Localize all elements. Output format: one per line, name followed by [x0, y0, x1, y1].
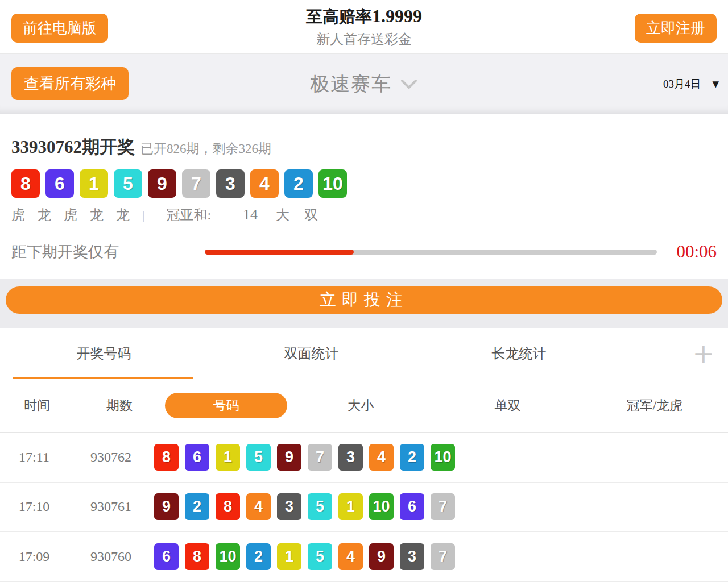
result-ball: 1: [338, 493, 363, 520]
row-issue: 930761: [68, 499, 154, 514]
result-ball: 3: [277, 493, 301, 520]
date-text: 03月4日: [663, 77, 701, 92]
column-header-row: 时间 期数 号码 大小 单双 冠军/龙虎: [0, 379, 728, 433]
history-row: 17:0993076068102154937: [0, 532, 728, 582]
result-ball: 2: [185, 493, 209, 520]
countdown-row: 距下期开奖仅有 00:06: [11, 239, 717, 265]
result-ball: 9: [369, 543, 394, 570]
result-ball: 4: [246, 493, 271, 520]
result-ball: 10: [431, 444, 455, 471]
divider: |: [142, 207, 144, 222]
result-ball: 8: [154, 444, 179, 471]
sum-size: 大: [276, 206, 289, 224]
draw-progress-text: 已开826期，剩余326期: [140, 140, 271, 157]
lottery-selector[interactable]: 极速赛车: [0, 54, 728, 114]
promo-subtitle: 新人首存送彩金: [0, 30, 728, 48]
result-ball: 4: [338, 543, 363, 570]
result-ball: 3: [216, 169, 245, 198]
result-ball: 8: [185, 543, 209, 570]
promo-odds: 1.9999: [372, 6, 422, 26]
tabs-bar: 开奖号码 双面统计 长龙统计 +: [0, 328, 728, 379]
result-ball: 6: [185, 444, 209, 471]
tab-draw-numbers[interactable]: 开奖号码: [0, 328, 208, 379]
result-ball: 7: [182, 169, 210, 198]
countdown-time: 00:06: [657, 242, 717, 262]
date-selector[interactable]: 03月4日 ▼: [663, 54, 719, 114]
result-ball: 7: [431, 493, 455, 520]
result-ball: 7: [431, 543, 455, 570]
dragon-tiger-labels: 虎龙虎龙龙: [11, 206, 142, 224]
row-balls: 86159734210: [154, 444, 455, 471]
history-row: 17:1193076286159734210: [0, 433, 728, 483]
progress-fill: [205, 250, 354, 255]
issue-line: 33930762期开奖 已开826期，剩余326期: [11, 135, 717, 159]
bet-strip: 立即投注: [0, 279, 728, 328]
column-oddeven[interactable]: 单双: [434, 397, 581, 414]
result-ball: 3: [400, 543, 424, 570]
result-balls: 86159734210: [11, 169, 717, 198]
column-champion-dragontiger[interactable]: 冠军/龙虎: [581, 397, 728, 414]
result-ball: 1: [277, 543, 301, 570]
dragon-tiger-label: 龙: [90, 206, 116, 224]
caret-down-icon: ▼: [712, 79, 719, 89]
result-ball: 7: [308, 444, 332, 471]
row-time: 17:10: [0, 499, 68, 514]
row-balls: 68102154937: [154, 543, 455, 570]
row-issue: 930760: [68, 549, 154, 564]
promo-title: 至高赔率1.9999: [0, 6, 728, 28]
result-ball: 1: [80, 169, 108, 198]
result-ball: 5: [308, 493, 332, 520]
sum-value: 14: [243, 206, 258, 223]
result-ball: 10: [216, 543, 240, 570]
draw-info: 33930762期开奖 已开826期，剩余326期 86159734210 虎龙…: [0, 114, 728, 265]
tab-streak-stats[interactable]: 长龙统计: [415, 328, 623, 379]
dragon-tiger-label: 虎: [64, 206, 90, 224]
history-row: 17:1093076192843511067: [0, 483, 728, 533]
result-ball: 2: [246, 543, 271, 570]
page: 前往电脑版 至高赔率1.9999 新人首存送彩金 立即注册 查看所有彩种 极速赛…: [0, 0, 728, 582]
result-ball: 5: [246, 444, 271, 471]
register-button[interactable]: 立即注册: [635, 14, 717, 43]
row-time: 17:09: [0, 549, 68, 564]
bet-now-button[interactable]: 立即投注: [6, 286, 722, 314]
column-number-wrap: 号码: [165, 393, 287, 418]
result-ball: 2: [400, 444, 424, 471]
result-ball: 4: [250, 169, 279, 198]
result-ball: 3: [338, 444, 363, 471]
promo-title-text: 至高赔率: [306, 7, 372, 26]
sum-parity: 双: [304, 206, 318, 224]
result-ball: 9: [148, 169, 176, 198]
promo-block: 至高赔率1.9999 新人首存送彩金: [0, 6, 728, 48]
column-time: 时间: [0, 397, 74, 414]
sum-label: 冠亚和:: [166, 206, 211, 224]
countdown-label: 距下期开奖仅有: [11, 242, 205, 262]
dragon-tiger-label: 龙: [116, 206, 142, 224]
lottery-name: 极速赛车: [310, 71, 392, 97]
result-ball: 5: [308, 543, 332, 570]
result-ball: 10: [318, 169, 347, 198]
result-ball: 2: [284, 169, 313, 198]
result-ball: 6: [400, 493, 424, 520]
chevron-down-icon: [400, 78, 418, 90]
result-ball: 9: [154, 493, 179, 520]
tab-two-sided-stats[interactable]: 双面统计: [208, 328, 415, 379]
result-ball: 4: [369, 444, 394, 471]
issue-title: 33930762期开奖: [11, 135, 135, 159]
column-issue: 期数: [74, 397, 165, 414]
column-number-pill[interactable]: 号码: [165, 393, 287, 418]
column-bigsmall[interactable]: 大小: [287, 397, 434, 414]
result-ball: 6: [154, 543, 179, 570]
result-ball: 5: [114, 169, 142, 198]
plus-icon[interactable]: +: [692, 328, 714, 379]
row-balls: 92843511067: [154, 493, 455, 520]
history-list: 17:119307628615973421017:109307619284351…: [0, 433, 728, 582]
top-header: 前往电脑版 至高赔率1.9999 新人首存送彩金 立即注册: [0, 0, 728, 54]
dragon-tiger-row: 虎龙虎龙龙 | 冠亚和: 14 大 双: [11, 206, 717, 224]
row-issue: 930762: [68, 450, 154, 465]
result-ball: 8: [11, 169, 40, 198]
result-ball: 6: [46, 169, 74, 198]
countdown-progress-track: [205, 250, 657, 255]
dragon-tiger-label: 虎: [11, 206, 38, 224]
result-ball: 8: [216, 493, 240, 520]
lottery-bar: 查看所有彩种 极速赛车 03月4日 ▼: [0, 54, 728, 114]
